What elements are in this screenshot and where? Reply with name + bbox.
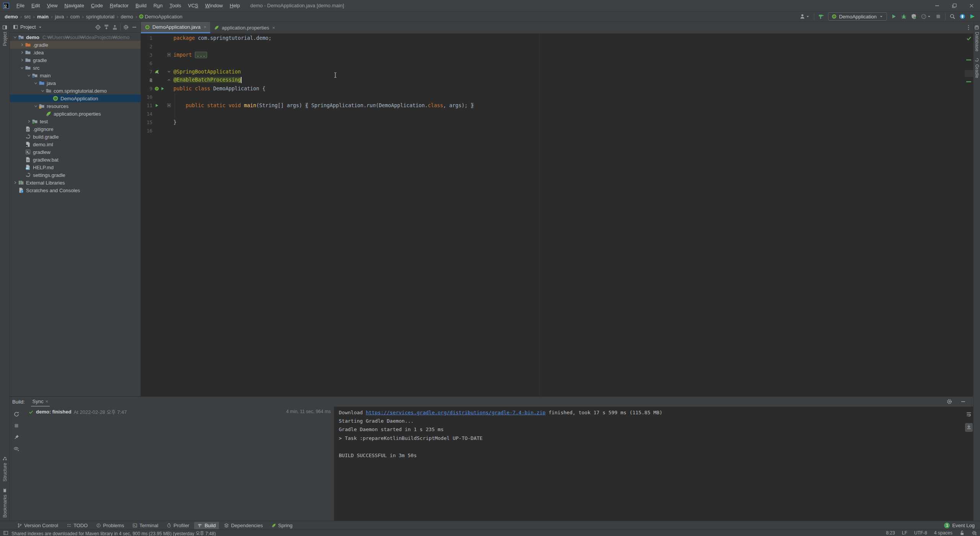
expand-all-button[interactable] — [103, 24, 109, 30]
reload-build-icon[interactable] — [13, 411, 20, 417]
menu-view[interactable]: View — [43, 3, 61, 8]
tree-item-demo[interactable]: demoC:₩Users₩soull₩IdeaProjects₩demo — [10, 33, 140, 41]
tree-item-.idea[interactable]: .idea — [10, 49, 140, 56]
code-line-11[interactable]: 11 public static void main(String[] args… — [141, 101, 965, 109]
console-link[interactable]: https://services.gradle.org/distribution… — [366, 410, 546, 415]
chevron-right-icon[interactable] — [19, 58, 25, 62]
tree-item-help.md[interactable]: MDHELP.md — [10, 163, 140, 171]
spring-bean-icon[interactable] — [154, 86, 159, 91]
profiler-button[interactable] — [921, 13, 931, 20]
run-gutter-icon[interactable] — [154, 103, 159, 108]
tree-item-scratches-and-consoles[interactable]: Scratches and Consoles — [10, 186, 140, 194]
event-log-button[interactable]: 1Event Log — [944, 523, 980, 528]
code-line-10[interactable]: 10 — [141, 93, 965, 101]
menu-tools[interactable]: Tools — [166, 3, 185, 8]
spring-scan-icon[interactable] — [154, 69, 159, 74]
menu-refactor[interactable]: Refactor — [106, 3, 132, 8]
toolwindow-button-dependencies[interactable]: Dependencies — [220, 522, 266, 529]
breadcrumb-item[interactable]: springtutorial — [85, 14, 115, 20]
run-gutter-icon[interactable] — [160, 86, 165, 91]
chevron-down-icon[interactable] — [38, 25, 42, 29]
close-tab-icon[interactable]: × — [272, 25, 275, 31]
fold-marker-plus[interactable] — [166, 52, 172, 57]
tree-item-application.properties[interactable]: application.properties — [10, 110, 140, 118]
code-line-15[interactable]: 15} — [141, 118, 965, 126]
code-with-me-users-button[interactable] — [799, 13, 810, 20]
toolwindow-button-spring[interactable]: Spring — [268, 522, 296, 529]
run-button[interactable] — [891, 13, 897, 20]
chevron-down-icon[interactable] — [12, 35, 18, 39]
menu-build[interactable]: Build — [132, 3, 150, 8]
code-line-1[interactable]: 1package com.springtutorial.demo; — [141, 34, 965, 42]
hide-panel-button[interactable] — [960, 399, 966, 405]
chevron-down-icon[interactable] — [19, 65, 25, 70]
run-with-coverage-button[interactable] — [911, 13, 917, 20]
menu-file[interactable]: File — [13, 3, 28, 8]
toolwindow-button-version-control[interactable]: Version Control — [14, 522, 62, 529]
tree-item-src[interactable]: src — [10, 64, 140, 72]
build-tab-sync[interactable]: Sync × — [31, 397, 50, 407]
menu-window[interactable]: Window — [202, 3, 226, 8]
chevron-right-icon[interactable] — [19, 42, 25, 47]
menu-code[interactable]: Code — [88, 3, 106, 8]
tool-stripe-bookmarks[interactable]: Bookmarks — [2, 485, 8, 521]
encoding-widget[interactable]: UTF-8 — [914, 530, 927, 536]
toolwindow-button-build[interactable]: Build — [194, 522, 219, 529]
tree-item-java[interactable]: java — [10, 79, 140, 87]
chevron-right-icon[interactable] — [19, 50, 25, 55]
code-line-16[interactable]: 16 — [141, 126, 965, 135]
tree-item-.gitignore[interactable]: .gitignore — [10, 125, 140, 133]
tree-item-main[interactable]: main — [10, 72, 140, 79]
code-line-2[interactable]: 2 — [141, 42, 965, 51]
menu-run[interactable]: Run — [150, 3, 166, 8]
indent-widget[interactable]: 4 spaces — [934, 530, 952, 536]
tool-stripe-gradle[interactable]: Gradle — [974, 54, 980, 81]
pin-tab-icon[interactable] — [13, 434, 20, 440]
breadcrumb-item[interactable]: demo — [120, 14, 134, 20]
settings-icon[interactable] — [123, 24, 129, 30]
tree-item-gradle[interactable]: gradle — [10, 56, 140, 64]
debug-button[interactable] — [901, 13, 907, 20]
update-available-button[interactable] — [959, 13, 965, 20]
breadcrumb-item[interactable]: java — [54, 14, 65, 20]
menu-help[interactable]: Help — [226, 3, 243, 8]
tool-stripe-structure[interactable]: Structure — [2, 453, 8, 485]
breadcrumb-item[interactable]: demo — [4, 14, 19, 20]
close-icon[interactable]: × — [45, 399, 48, 404]
code-with-me-icon[interactable] — [969, 13, 975, 20]
chevron-down-icon[interactable] — [33, 104, 39, 108]
tree-item-build.gradle[interactable]: build.gradle — [10, 133, 140, 141]
stop-build-icon[interactable] — [13, 423, 20, 429]
scrollbar-thumb[interactable] — [965, 70, 973, 77]
menu-edit[interactable]: Edit — [28, 3, 43, 8]
hide-panel-button[interactable] — [131, 24, 137, 30]
build-project-button[interactable] — [818, 13, 824, 20]
build-console[interactable]: Download https://services.gradle.org/dis… — [334, 407, 965, 521]
settings-icon[interactable] — [946, 399, 952, 405]
caret-position-widget[interactable]: 8:23 — [886, 530, 895, 536]
tree-item-external-libraries[interactable]: External Libraries — [10, 179, 140, 186]
tree-item-demoapplication[interactable]: DemoApplication — [10, 95, 140, 102]
code-line-6[interactable]: 6 — [141, 59, 965, 67]
toolwindow-button-terminal[interactable]: Terminal — [129, 522, 162, 529]
line-ending-widget[interactable]: LF — [902, 530, 907, 536]
breadcrumb-item[interactable]: src — [23, 14, 31, 20]
toolwindow-button-todo[interactable]: TODO — [63, 522, 91, 529]
tree-item-demo.iml[interactable]: demo.iml — [10, 141, 140, 148]
tree-item-gradlew.bat[interactable]: gradlew.bat — [10, 156, 140, 163]
chevron-down-icon[interactable] — [40, 88, 46, 93]
tree-item-resources[interactable]: resources — [10, 102, 140, 110]
tool-stripe-database[interactable]: Database — [974, 22, 980, 54]
stop-button[interactable] — [935, 13, 941, 20]
code-line-9[interactable]: 9public class DemoApplication { — [141, 84, 965, 93]
chevron-right-icon[interactable] — [26, 119, 32, 124]
tree-item-test[interactable]: test — [10, 118, 140, 125]
close-tab-icon[interactable]: × — [204, 24, 207, 30]
toolwindow-button-problems[interactable]: Problems — [93, 522, 127, 529]
fold-marker-up[interactable] — [166, 78, 172, 82]
tree-item-com.springtutorial.demo[interactable]: com.springtutorial.demo — [10, 87, 140, 95]
menu-vcs[interactable]: VCS — [185, 3, 202, 8]
tool-stripe-project[interactable]: Project — [2, 22, 8, 49]
soft-wrap-button[interactable] — [965, 410, 973, 419]
tree-item-.gradle[interactable]: .gradle — [10, 41, 140, 49]
